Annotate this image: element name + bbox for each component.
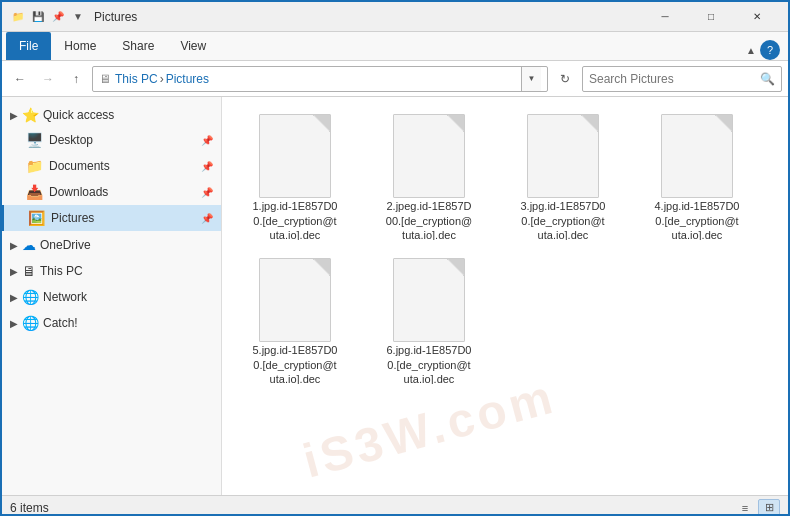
file-area: 1.jpg.id-1E857D00.[de_cryption@tuta.io].… [222, 97, 788, 495]
refresh-button[interactable]: ↻ [552, 66, 578, 92]
sidebar-header-network[interactable]: ▶ 🌐 Network [2, 285, 221, 309]
sidebar-item-downloads[interactable]: 📥 Downloads 📌 [2, 179, 221, 205]
minimize-button[interactable]: ─ [642, 2, 688, 32]
search-icon[interactable]: 🔍 [760, 72, 775, 86]
tab-home[interactable]: Home [51, 32, 109, 60]
large-icons-view-btn[interactable]: ⊞ [758, 499, 780, 517]
path-folder-icon: 🖥 [99, 72, 111, 86]
path-separator-1: › [160, 72, 164, 86]
tab-file[interactable]: File [6, 32, 51, 60]
quick-access-icon: 💾 [30, 9, 46, 25]
file-item-3[interactable]: 3.jpg.id-1E857D00.[de_cryption@tuta.io].… [498, 105, 628, 245]
window-title: Pictures [94, 10, 642, 24]
downloads-folder-icon: 📥 [26, 184, 43, 200]
file-name-5: 5.jpg.id-1E857D00.[de_cryption@tuta.io].… [252, 343, 337, 384]
file-item-6[interactable]: 6.jpg.id-1E857D00.[de_cryption@tuta.io].… [364, 249, 494, 389]
sidebar-header-onedrive[interactable]: ▶ ☁ OneDrive [2, 233, 221, 257]
path-this-pc[interactable]: This PC [115, 72, 158, 86]
address-bar: ← → ↑ 🖥 This PC › Pictures ▼ ↻ 🔍 [2, 61, 788, 97]
desktop-folder-icon: 🖥️ [26, 132, 43, 148]
network-icon: 🌐 [22, 289, 39, 305]
help-button[interactable]: ? [760, 40, 780, 60]
catch-label: Catch! [43, 316, 78, 330]
quick-access-label: Quick access [43, 108, 114, 122]
sidebar-header-quick-access[interactable]: ▶ ⭐ Quick access [2, 103, 221, 127]
sidebar-item-documents[interactable]: 📁 Documents 📌 [2, 153, 221, 179]
this-pc-icon: 🖥 [22, 263, 36, 279]
pin-icon-4: 📌 [201, 213, 213, 224]
network-label: Network [43, 290, 87, 304]
pictures-folder-icon: 🖼️ [28, 210, 45, 226]
expand-icon-3: ▶ [10, 266, 18, 277]
sidebar-header-this-pc[interactable]: ▶ 🖥 This PC [2, 259, 221, 283]
onedrive-icon: ☁ [22, 237, 36, 253]
sidebar-desktop-label: Desktop [49, 133, 93, 147]
main-content: ▶ ⭐ Quick access 🖥️ Desktop 📌 📁 Document… [2, 97, 788, 495]
pin-icon-3: 📌 [201, 187, 213, 198]
close-button[interactable]: ✕ [734, 2, 780, 32]
forward-button[interactable]: → [36, 67, 60, 91]
this-pc-label: This PC [40, 264, 83, 278]
file-icon-2 [389, 114, 469, 199]
address-dropdown-btn[interactable]: ▼ [521, 67, 541, 91]
tab-share[interactable]: Share [109, 32, 167, 60]
list-view-btn[interactable]: ≡ [734, 499, 756, 517]
pin-toolbar-icon: 📌 [50, 9, 66, 25]
file-item-2[interactable]: 2.jpeg.id-1E857D00.[de_cryption@tuta.io]… [364, 105, 494, 245]
file-icon-4 [657, 114, 737, 199]
file-name-6: 6.jpg.id-1E857D00.[de_cryption@tuta.io].… [386, 343, 471, 384]
title-bar: 📁 💾 📌 ▼ Pictures ─ □ ✕ [2, 2, 788, 32]
file-name-3: 3.jpg.id-1E857D00.[de_cryption@tuta.io].… [520, 199, 605, 240]
file-item-5[interactable]: 5.jpg.id-1E857D00.[de_cryption@tuta.io].… [230, 249, 360, 389]
file-icon-6 [389, 258, 469, 343]
path-pictures[interactable]: Pictures [166, 72, 209, 86]
sidebar-header-catch[interactable]: ▶ 🌐 Catch! [2, 311, 221, 335]
address-path[interactable]: 🖥 This PC › Pictures ▼ [92, 66, 548, 92]
file-item-1[interactable]: 1.jpg.id-1E857D00.[de_cryption@tuta.io].… [230, 105, 360, 245]
expand-icon-4: ▶ [10, 292, 18, 303]
sidebar-pictures-label: Pictures [51, 211, 94, 225]
documents-folder-icon: 📁 [26, 158, 43, 174]
sidebar-documents-label: Documents [49, 159, 110, 173]
file-name-4: 4.jpg.id-1E857D00.[de_cryption@tuta.io].… [654, 199, 739, 240]
view-buttons: ≡ ⊞ [734, 499, 780, 517]
file-grid: 1.jpg.id-1E857D00.[de_cryption@tuta.io].… [230, 105, 780, 389]
sidebar-item-pictures[interactable]: 🖼️ Pictures 📌 [2, 205, 221, 231]
expand-icon-5: ▶ [10, 318, 18, 329]
file-icon-1 [255, 114, 335, 199]
file-icon-3 [523, 114, 603, 199]
file-name-1: 1.jpg.id-1E857D00.[de_cryption@tuta.io].… [252, 199, 337, 240]
back-button[interactable]: ← [8, 67, 32, 91]
file-page-4 [661, 114, 733, 198]
sidebar-downloads-label: Downloads [49, 185, 108, 199]
window-controls: ─ □ ✕ [642, 2, 780, 32]
pin-icon: 📌 [201, 135, 213, 146]
expand-icon-2: ▶ [10, 240, 18, 251]
ribbon-collapse-btn[interactable]: ▲ [746, 45, 756, 56]
quick-access-star-icon: ⭐ [22, 107, 39, 123]
file-page-1 [259, 114, 331, 198]
sidebar: ▶ ⭐ Quick access 🖥️ Desktop 📌 📁 Document… [2, 97, 222, 495]
sidebar-item-desktop[interactable]: 🖥️ Desktop 📌 [2, 127, 221, 153]
sidebar-section-this-pc: ▶ 🖥 This PC [2, 259, 221, 283]
dropdown-icon: ▼ [70, 9, 86, 25]
pin-icon-2: 📌 [201, 161, 213, 172]
search-input[interactable] [589, 72, 760, 86]
file-name-2: 2.jpeg.id-1E857D00.[de_cryption@tuta.io]… [386, 199, 472, 240]
ribbon-tabs: File Home Share View ▲ ? [2, 32, 788, 60]
file-page-5 [259, 258, 331, 342]
up-button[interactable]: ↑ [64, 67, 88, 91]
sidebar-section-quick-access: ▶ ⭐ Quick access 🖥️ Desktop 📌 📁 Document… [2, 103, 221, 231]
status-item-count: 6 items [10, 501, 49, 515]
sidebar-section-catch: ▶ 🌐 Catch! [2, 311, 221, 335]
expand-icon: ▶ [10, 110, 18, 121]
file-item-4[interactable]: 4.jpg.id-1E857D00.[de_cryption@tuta.io].… [632, 105, 762, 245]
maximize-button[interactable]: □ [688, 2, 734, 32]
onedrive-label: OneDrive [40, 238, 91, 252]
ribbon: File Home Share View ▲ ? [2, 32, 788, 61]
app-icon: 📁 [10, 9, 26, 25]
file-page-2 [393, 114, 465, 198]
search-box[interactable]: 🔍 [582, 66, 782, 92]
tab-view[interactable]: View [167, 32, 219, 60]
title-bar-icons: 📁 💾 📌 ▼ [10, 9, 86, 25]
